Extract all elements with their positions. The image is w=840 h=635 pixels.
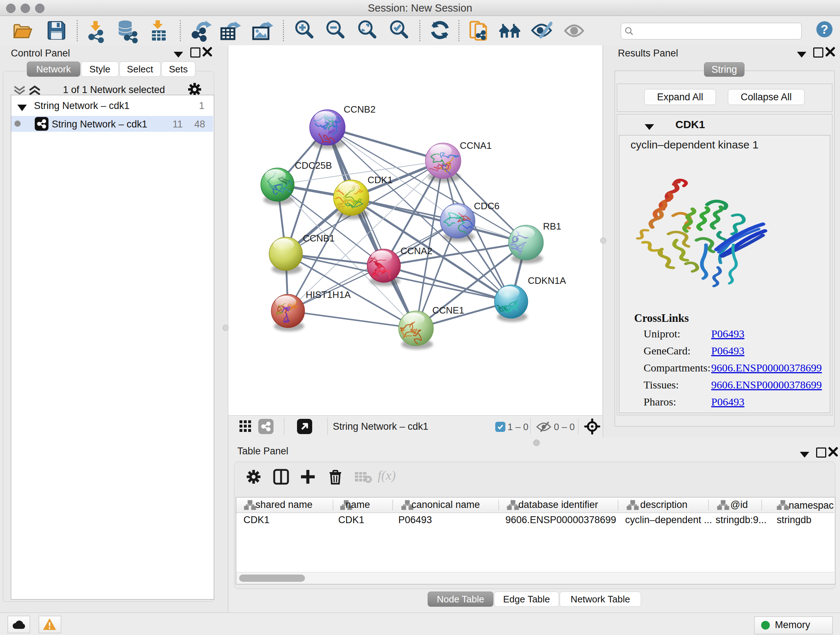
svg-text:CCNB1: CCNB1 xyxy=(303,233,335,244)
svg-text:CDC25B: CDC25B xyxy=(295,160,332,171)
svg-text:CDKN1A: CDKN1A xyxy=(528,275,566,286)
svg-text:RB1: RB1 xyxy=(543,221,561,232)
svg-text:HIST1H1A: HIST1H1A xyxy=(306,289,351,300)
svg-text:CDK1: CDK1 xyxy=(368,174,393,185)
svg-text:CCNA2: CCNA2 xyxy=(401,245,432,256)
svg-text:CCNE1: CCNE1 xyxy=(432,305,464,316)
svg-text:CCNA1: CCNA1 xyxy=(460,140,492,151)
svg-text:?: ? xyxy=(821,22,829,36)
svg-text:CDC6: CDC6 xyxy=(474,201,500,211)
svg-text:CCNB2: CCNB2 xyxy=(344,104,376,115)
